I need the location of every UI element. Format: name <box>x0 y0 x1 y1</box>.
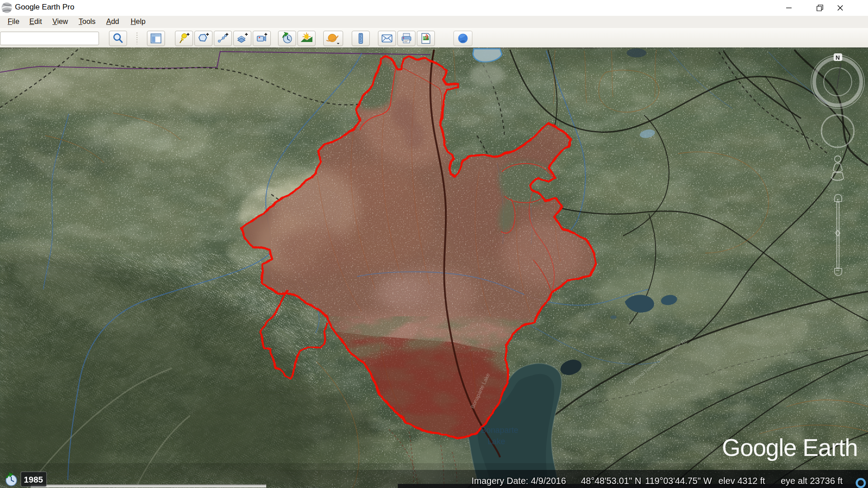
svg-text:Imagery Date: 4/9/2016: Imagery Date: 4/9/2016 <box>472 476 566 486</box>
svg-text:119°03'44.75" W: 119°03'44.75" W <box>645 476 712 486</box>
svg-text:Lake: Lake <box>487 437 505 446</box>
svg-text:Google Earth: Google Earth <box>722 434 858 461</box>
svg-text:elev 4312 ft: elev 4312 ft <box>718 476 765 486</box>
svg-text:48°48'53.01" N: 48°48'53.01" N <box>581 476 641 486</box>
svg-text:N: N <box>835 54 840 61</box>
svg-text:eye alt 23736 ft: eye alt 23736 ft <box>781 476 843 486</box>
svg-text:Bonaparte: Bonaparte <box>481 426 518 435</box>
svg-text:1985: 1985 <box>24 475 43 484</box>
